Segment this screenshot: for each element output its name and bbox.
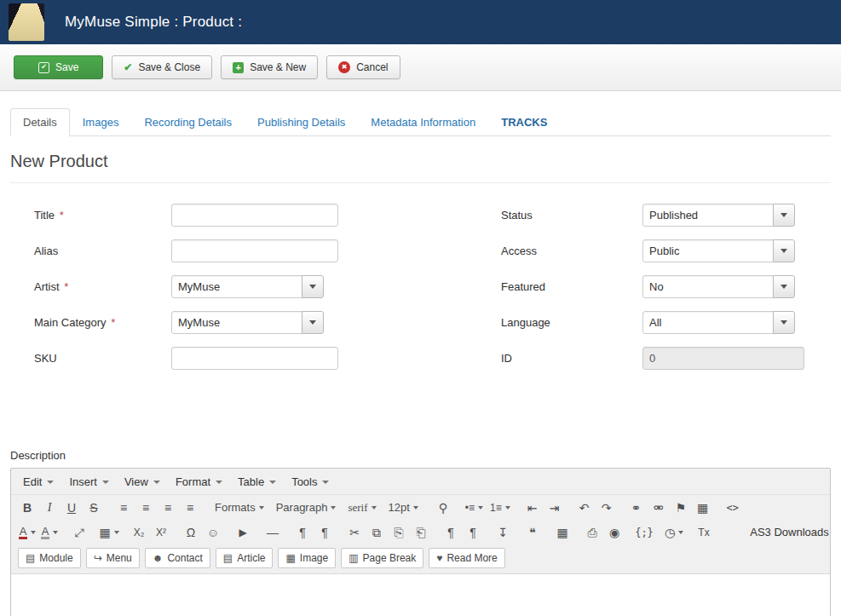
site-logo-avatar[interactable] xyxy=(9,3,44,41)
table-button[interactable]: ▦ xyxy=(98,521,120,543)
copy-button[interactable]: ⧉ xyxy=(366,521,388,543)
bold-button[interactable]: B xyxy=(16,497,38,518)
blockquote-button[interactable]: ❝ xyxy=(521,521,544,543)
indent-button[interactable]: ⇥ xyxy=(544,497,566,518)
code-sample-button[interactable]: {;} xyxy=(633,521,655,543)
access-select[interactable]: Public xyxy=(642,239,795,262)
menu-format[interactable]: Format xyxy=(168,471,230,492)
find-replace-button[interactable]: ⚲ xyxy=(432,497,454,518)
main-category-select[interactable]: MyMuse xyxy=(171,311,324,334)
module-button[interactable]: ▤ Module xyxy=(18,548,81,568)
plugin-button-label: Menu xyxy=(107,552,132,564)
print-button[interactable]: ⎙ xyxy=(581,521,603,543)
font-size-dropdown[interactable]: 12pt xyxy=(383,497,424,518)
undo-button[interactable]: ↶ xyxy=(573,497,596,518)
featured-select-button[interactable] xyxy=(773,275,795,298)
tab-details[interactable]: Details xyxy=(10,108,70,136)
artist-select[interactable]: MyMuse xyxy=(171,275,324,298)
chevron-down-icon xyxy=(47,481,54,484)
align-left-button[interactable]: ≡ xyxy=(112,497,135,518)
title-input[interactable] xyxy=(171,204,338,227)
chevron-down-icon xyxy=(114,531,119,534)
rtl-paragraph-button[interactable]: ¶ xyxy=(314,521,336,543)
visual-blocks-button[interactable]: ¶ xyxy=(462,521,484,543)
menu-tools[interactable]: Tools xyxy=(284,471,337,492)
button-glyph: ≡ xyxy=(164,502,171,514)
save-new-button[interactable]: + Save & New xyxy=(221,55,318,79)
article-button[interactable]: ▤ Article xyxy=(216,548,274,568)
sku-input[interactable] xyxy=(171,347,338,370)
page-break-button[interactable]: ▥ Page Break xyxy=(341,548,423,568)
menu-view[interactable]: View xyxy=(117,471,168,492)
paragraph-dropdown[interactable]: Paragraph xyxy=(270,497,343,518)
insert-edit-image-button[interactable]: ▦ xyxy=(692,497,714,518)
template-button[interactable]: ▦ xyxy=(551,521,573,543)
insert-datetime-button[interactable]: ◷ xyxy=(663,521,685,543)
tab-images[interactable]: Images xyxy=(70,108,132,136)
clear-formatting-button[interactable]: Tx xyxy=(693,521,715,543)
tab-tracks[interactable]: TRACKS xyxy=(488,108,560,136)
tab-publishing-details[interactable]: Publishing Details xyxy=(245,108,358,136)
cancel-button[interactable]: ✖ Cancel xyxy=(326,55,400,79)
menu-edit[interactable]: Edit xyxy=(15,471,61,492)
access-select-button[interactable] xyxy=(773,239,795,262)
access-select-value: Public xyxy=(642,239,774,262)
source-code-button[interactable]: <> xyxy=(722,497,744,518)
preview-button[interactable]: ◉ xyxy=(603,521,625,543)
fullscreen-button[interactable]: ⤢ xyxy=(68,521,90,543)
tab-recording-details[interactable]: Recording Details xyxy=(131,108,245,136)
save-button[interactable]: ✔ Save xyxy=(14,55,103,79)
status-select[interactable]: Published xyxy=(642,204,795,227)
main-category-select-button[interactable] xyxy=(302,311,324,334)
outdent-button[interactable]: ⇤ xyxy=(521,497,544,518)
title-field-row: Title * xyxy=(10,204,419,227)
save-close-button[interactable]: ✔ Save & Close xyxy=(112,55,212,79)
ltr-paragraph-button[interactable]: ¶ xyxy=(291,521,314,543)
emoticons-button[interactable]: ☺ xyxy=(202,521,224,543)
align-center-button[interactable]: ≡ xyxy=(135,497,157,518)
image-button[interactable]: ▦ Image xyxy=(278,548,336,568)
paste-as-text-button[interactable]: ⎗ xyxy=(410,521,432,543)
unlink-button[interactable]: ⚮ xyxy=(648,497,670,518)
menu-insert[interactable]: Insert xyxy=(61,471,117,492)
language-select[interactable]: All xyxy=(642,311,795,334)
tab-metadata-information[interactable]: Metadata Information xyxy=(358,108,488,136)
paste-button[interactable]: ⎘ xyxy=(388,521,410,543)
redo-button[interactable]: ↷ xyxy=(596,497,618,518)
contact-button[interactable]: ☻ Contact xyxy=(145,548,210,568)
align-right-button[interactable]: ≡ xyxy=(157,497,179,518)
bullet-list-button[interactable]: •≡ xyxy=(462,497,487,518)
numbered-list-button[interactable]: 1≡ xyxy=(487,497,514,518)
special-character-button[interactable]: Ω xyxy=(180,521,202,543)
menu-button[interactable]: ↪ Menu xyxy=(86,548,140,568)
font-family-dropdown[interactable]: serif xyxy=(342,497,382,518)
read-more-button[interactable]: ♥ Read More xyxy=(429,548,505,568)
link-button[interactable]: ⚭ xyxy=(625,497,648,518)
strikethrough-button[interactable]: S xyxy=(83,497,105,518)
status-select-button[interactable] xyxy=(773,204,795,227)
featured-select[interactable]: No xyxy=(642,275,795,298)
horizontal-rule-button[interactable]: — xyxy=(262,521,284,543)
align-justify-button[interactable]: ≡ xyxy=(179,497,201,518)
button-glyph: ↷ xyxy=(602,502,612,514)
anchor-button[interactable]: ⚑ xyxy=(670,497,692,518)
italic-button[interactable]: I xyxy=(38,497,60,518)
chevron-down-icon xyxy=(781,249,787,253)
text-color-button[interactable]: A xyxy=(16,521,38,543)
plugin-button-icon: ▥ xyxy=(348,553,358,563)
cut-button[interactable]: ✂ xyxy=(343,521,366,543)
media-button[interactable]: ▶ xyxy=(232,521,254,543)
underline-button[interactable]: U xyxy=(60,497,83,518)
editor-content-area[interactable] xyxy=(11,573,830,616)
insert-file-button[interactable]: ↧ xyxy=(492,521,514,543)
as3-downloads-button[interactable]: AS3 Downloads xyxy=(754,521,825,543)
superscript-button[interactable]: X² xyxy=(150,521,172,543)
subscript-button[interactable]: X₂ xyxy=(128,521,150,543)
background-color-button[interactable]: A xyxy=(38,521,60,543)
menu-table[interactable]: Table xyxy=(230,471,284,492)
formats-dropdown[interactable]: Formats xyxy=(209,497,270,518)
artist-select-button[interactable] xyxy=(302,275,324,298)
language-select-button[interactable] xyxy=(773,311,795,334)
alias-input[interactable] xyxy=(171,239,338,262)
visual-chars-button[interactable]: ¶ xyxy=(440,521,462,543)
